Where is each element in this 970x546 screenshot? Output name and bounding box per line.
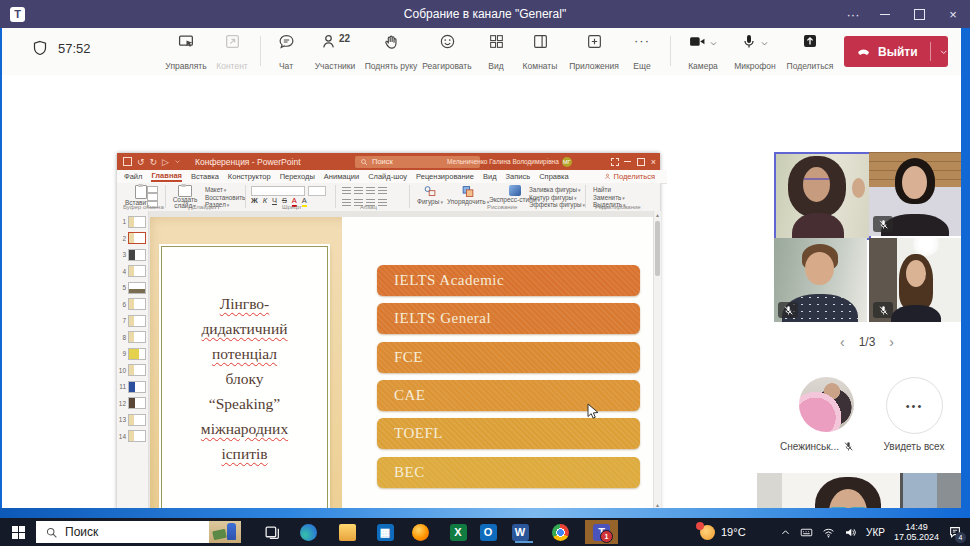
font-selectors[interactable]	[251, 186, 326, 196]
exam-bar-ielts-academic[interactable]: IELTS Academic	[377, 265, 640, 296]
scrollbar-thumb[interactable]	[655, 221, 660, 276]
cut-icon[interactable]	[147, 186, 158, 193]
bullets-icon[interactable]	[342, 187, 351, 195]
layout-button[interactable]: Макет	[205, 186, 245, 193]
window-maximize-button[interactable]	[902, 0, 936, 28]
language-indicator[interactable]: УКР	[866, 527, 885, 538]
quick-access-toolbar[interactable]: ↺ ↻ ▷	[123, 157, 181, 167]
tab-file[interactable]: Файл	[124, 172, 142, 181]
spacing-icon[interactable]	[378, 187, 387, 195]
replace-button[interactable]: Заменить	[593, 194, 626, 201]
participant-video-2[interactable]	[869, 152, 962, 236]
tab-animations[interactable]: Анимации	[324, 172, 359, 181]
tab-help[interactable]: Справка	[539, 172, 568, 181]
ribbon-options-button[interactable]	[608, 153, 621, 170]
reset-button[interactable]: Восстановить	[205, 194, 245, 201]
account-area[interactable]: Мельниченко Галина Володимирівна МГ	[447, 153, 572, 170]
app-chrome[interactable]	[548, 520, 572, 544]
taskview-button[interactable]	[260, 520, 284, 544]
italic-button[interactable]: К	[263, 196, 267, 205]
scroll-up-icon[interactable]: ▲	[654, 211, 661, 220]
highlight-button[interactable]: А	[302, 196, 307, 207]
shape-format-options[interactable]: Заливка фигуры Контур фигуры Эффекты фиг…	[529, 186, 585, 208]
rooms-button[interactable]: Комнаты	[514, 33, 566, 71]
window-close-button[interactable]: ×	[936, 0, 970, 28]
app-store[interactable]: ▦	[373, 520, 397, 544]
raise-hand-button[interactable]: Поднять руку	[364, 33, 418, 71]
shape-outline-button[interactable]: Контур фигуры	[529, 194, 585, 201]
slide-thumbnail-1[interactable]: 1	[117, 216, 148, 228]
pp-share-button[interactable]: Поделиться	[604, 172, 655, 181]
tab-insert[interactable]: Вставка	[191, 172, 219, 181]
page-next-button[interactable]: ›	[889, 334, 894, 350]
exam-bar-cae[interactable]: CAE	[377, 380, 640, 411]
slide-thumbnail-11[interactable]: 11	[117, 381, 148, 393]
slide-title-card[interactable]: Лінгво- дидактичний потенціал блоку “Spe…	[161, 246, 328, 510]
keyboard-icon[interactable]	[800, 526, 813, 539]
taskbar-search[interactable]: Поиск	[36, 521, 241, 543]
slide-thumbnail-14[interactable]: 14	[117, 430, 148, 442]
undo-icon[interactable]: ↺	[137, 157, 145, 167]
manage-button[interactable]: Управлять	[160, 33, 212, 71]
participant-video-3[interactable]	[774, 238, 867, 322]
tab-review[interactable]: Рецензирование	[416, 172, 474, 181]
pp-close-button[interactable]: ×	[647, 153, 660, 170]
slide-thumbnail-3[interactable]: 3	[117, 249, 148, 261]
exam-bar-bec[interactable]: BEC	[377, 457, 640, 488]
exam-bar-fce[interactable]: FCE	[377, 342, 640, 373]
copy-icon[interactable]	[147, 193, 158, 200]
tab-slideshow[interactable]: Слайд-шоу	[368, 172, 407, 181]
share-button[interactable]: Поделиться	[784, 33, 836, 71]
slide-thumbnail-6[interactable]: 6	[117, 298, 148, 310]
chat-button[interactable]: Чат	[268, 33, 304, 71]
slide-thumbnail-9[interactable]: 9	[117, 348, 148, 360]
slide-thumbnail-10[interactable]: 10	[117, 364, 148, 376]
search-daily-image[interactable]	[209, 521, 241, 543]
participants-button[interactable]: 22 Участники	[306, 33, 364, 71]
pp-maximize-button[interactable]	[634, 153, 647, 170]
chevron-down-icon[interactable]	[939, 47, 948, 57]
slide-thumbnail-8[interactable]: 8	[117, 331, 148, 343]
font-name-select[interactable]	[251, 186, 305, 196]
volume-icon[interactable]	[844, 526, 857, 539]
arrange-button[interactable]: Упорядочить	[447, 185, 489, 205]
exam-bar-ielts-general[interactable]: IELTS General	[377, 303, 640, 334]
app-teams-active[interactable]: T1	[585, 520, 618, 544]
start-button[interactable]	[0, 518, 36, 546]
numbering-icon[interactable]	[354, 187, 363, 195]
window-minimize-button[interactable]	[868, 0, 902, 28]
app-file-explorer[interactable]	[335, 520, 359, 544]
redo-icon[interactable]: ↻	[150, 157, 158, 167]
tray-chevron-icon[interactable]	[780, 527, 791, 538]
underline-button[interactable]: Ч	[272, 196, 277, 205]
slide-thumbnail-12[interactable]: 12	[117, 397, 148, 409]
camera-button[interactable]: Камера	[680, 33, 726, 71]
tab-home[interactable]: Главная	[151, 171, 182, 182]
participant-video-active-speaker[interactable]	[774, 152, 871, 240]
shapes-button[interactable]: Фигуры	[417, 185, 443, 205]
participant-video-4[interactable]	[869, 238, 962, 322]
slide-canvas[interactable]: Лінгво- дидактичний потенціал блоку “Spe…	[150, 217, 653, 530]
wifi-icon[interactable]	[822, 526, 835, 539]
save-icon[interactable]	[123, 157, 132, 166]
see-all-button[interactable]: •••	[886, 377, 943, 434]
shape-fill-button[interactable]: Заливка фигуры	[529, 186, 585, 193]
slide-thumbnail-5[interactable]: 5	[117, 282, 148, 294]
chevron-down-icon[interactable]	[174, 158, 181, 165]
find-button[interactable]: Найти	[593, 186, 626, 193]
view-button[interactable]: Вид	[480, 33, 512, 71]
page-previous-button[interactable]: ‹	[840, 334, 845, 350]
clock[interactable]: 14:4917.05.2024	[894, 522, 939, 542]
mic-button[interactable]: Микрофон	[730, 33, 780, 71]
slide-thumbnail-2[interactable]: 2	[117, 232, 148, 244]
app-outlook[interactable]: O	[476, 520, 500, 544]
shape-effects-button[interactable]: Эффекты фигуры	[529, 201, 585, 208]
present-icon[interactable]: ▷	[162, 157, 169, 167]
tab-transitions[interactable]: Переходы	[280, 172, 315, 181]
tab-design[interactable]: Конструктор	[228, 172, 271, 181]
app-word[interactable]: W	[508, 520, 532, 544]
vertical-scrollbar[interactable]: ▲ ▲ ▼ ▼	[653, 211, 661, 530]
indent-icon[interactable]	[366, 187, 375, 195]
tab-record[interactable]: Запись	[506, 172, 531, 181]
window-more-button[interactable]: ···	[836, 0, 870, 28]
